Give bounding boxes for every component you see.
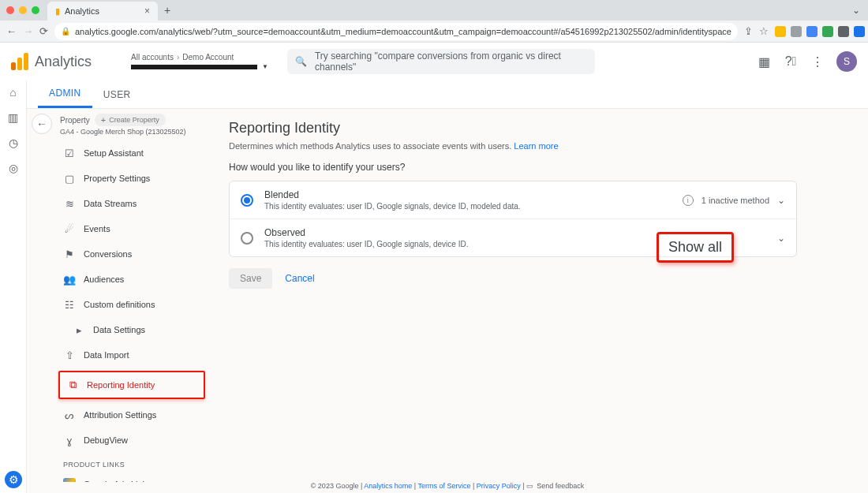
sidebar-item-label: Data Import (84, 350, 129, 360)
show-all-callout[interactable]: Show all (657, 232, 734, 263)
sidebar-item-label: Custom definitions (84, 300, 155, 309)
debug-icon: ɣ (63, 434, 76, 446)
plus-icon: + (101, 115, 106, 125)
sidebar-item-reporting-identity[interactable]: ⧉Reporting Identity (58, 371, 205, 399)
tab-overflow-icon[interactable]: ⌄ (852, 5, 860, 16)
copyright: © 2023 Google (311, 482, 359, 490)
create-property-button[interactable]: + Create Property (95, 114, 166, 126)
analytics-logo[interactable]: Analytics (11, 53, 92, 70)
sidebar-item-label: Setup Assistant (84, 148, 144, 158)
main-panel: Reporting Identity Determines which meth… (207, 109, 868, 482)
chevron-right-icon: › (177, 53, 179, 62)
breadcrumb-account[interactable]: Demo Account (182, 53, 234, 62)
browser-toolbar: ← → ⟳ 🔒 analytics.google.com/analytics/w… (0, 21, 868, 43)
analytics-logo-icon (11, 53, 28, 70)
terms-link[interactable]: Terms of Service (417, 482, 470, 490)
tune-icon: ☷ (63, 298, 76, 311)
search-icon: 🔍 (295, 56, 307, 67)
radio-unselected-icon[interactable] (241, 232, 253, 245)
sidebar-item-setup-assistant[interactable]: ☑Setup Assistant (57, 140, 207, 166)
chevron-down-icon[interactable]: ⌄ (777, 233, 785, 244)
settings-icon: ▢ (63, 172, 76, 185)
send-feedback-button[interactable]: ▭Send feedback (526, 482, 584, 490)
bookmark-icon[interactable]: ☆ (759, 25, 769, 37)
breadcrumb-all[interactable]: All accounts (131, 53, 174, 62)
search-input[interactable]: 🔍 Try searching "compare conversions fro… (287, 49, 595, 74)
learn-more-link[interactable]: Learn more (514, 141, 558, 151)
sidebar-item-data-settings[interactable]: ▸Data Settings (57, 317, 207, 342)
address-bar[interactable]: 🔒 analytics.google.com/analytics/web/?ut… (54, 23, 738, 40)
chevron-down-icon[interactable]: ⌄ (777, 195, 785, 206)
sidebar-item-data-import[interactable]: ⇧Data Import (57, 342, 207, 368)
help-icon[interactable]: ?⃝ (783, 54, 799, 69)
sidebar-item-events[interactable]: ☄Events (57, 216, 207, 241)
checklist-icon: ☑ (63, 147, 76, 159)
sidebar-item-debugview[interactable]: ɣDebugView (57, 428, 207, 453)
back-button[interactable]: ← (6, 25, 17, 37)
privacy-link[interactable]: Privacy Policy (477, 482, 521, 490)
sidebar-item-google-ads-links[interactable]: Google Ads Links (57, 472, 207, 482)
upload-icon: ⇧ (63, 349, 76, 361)
extension-icon[interactable] (791, 26, 802, 37)
option-subtitle: This identity evaluates: user ID, Google… (264, 202, 683, 211)
account-name-redacted (131, 65, 257, 69)
sidebar-item-audiences[interactable]: 👥Audiences (57, 267, 207, 292)
create-property-label: Create Property (109, 116, 159, 124)
cancel-button[interactable]: Cancel (285, 273, 314, 284)
extension-icon[interactable] (854, 26, 865, 37)
events-icon: ☄ (63, 222, 76, 235)
tab-admin[interactable]: ADMIN (38, 80, 92, 108)
sidebar-item-label: Data Streams (84, 199, 137, 208)
database-icon: ▸ (73, 323, 85, 336)
flag-icon: ⚑ (63, 248, 76, 260)
forward-button[interactable]: → (23, 25, 33, 37)
option-blended[interactable]: Blended This identity evaluates: user ID… (230, 181, 796, 219)
extension-icon[interactable] (775, 26, 786, 37)
explore-icon[interactable]: ◷ (6, 136, 21, 150)
share-icon[interactable]: ⇪ (744, 25, 753, 37)
extension-icon[interactable] (822, 26, 833, 37)
account-picker[interactable]: ▼ (131, 63, 268, 70)
close-tab-icon[interactable]: × (144, 6, 150, 17)
kebab-menu-icon[interactable]: ⋮ (810, 54, 825, 69)
home-icon[interactable]: ⌂ (6, 85, 21, 99)
feedback-icon: ▭ (526, 482, 533, 490)
browser-tab-strip: ▮ Analytics × + ⌄ (0, 0, 868, 21)
breadcrumb[interactable]: All accounts › Demo Account (131, 53, 268, 62)
sidebar-item-attribution-settings[interactable]: ᔕAttribution Settings (57, 402, 207, 428)
user-avatar[interactable]: S (836, 51, 857, 72)
extension-icon[interactable] (838, 26, 849, 37)
tab-user[interactable]: USER (92, 80, 142, 108)
page-description: Determines which methods Analytics uses … (229, 141, 797, 151)
inactive-method-badge: 1 inactive method (702, 196, 769, 205)
reload-button[interactable]: ⟳ (39, 25, 48, 37)
sidebar-item-label: Reporting Identity (87, 380, 155, 390)
property-name[interactable]: GA4 - Google Merch Shop (213025502) (57, 128, 207, 140)
advertising-icon[interactable]: ◎ (6, 161, 21, 175)
minimize-window-icon[interactable] (19, 6, 27, 14)
admin-tabs: ADMIN USER (27, 80, 868, 109)
sidebar-item-conversions[interactable]: ⚑Conversions (57, 241, 207, 267)
analytics-home-link[interactable]: Analytics home (364, 482, 412, 490)
window-controls[interactable] (6, 6, 39, 14)
sidebar-item-data-streams[interactable]: ≋Data Streams (57, 191, 207, 216)
save-button[interactable]: Save (229, 268, 272, 289)
url-text: analytics.google.com/analytics/web/?utm_… (75, 27, 731, 36)
identity-icon: ⧉ (66, 379, 79, 391)
sidebar-item-property-settings[interactable]: ▢Property Settings (57, 166, 207, 191)
apps-grid-icon[interactable]: ▦ (756, 54, 772, 69)
reports-icon[interactable]: ▥ (6, 110, 21, 125)
sidebar-item-custom-definitions[interactable]: ☷Custom definitions (57, 292, 207, 317)
maximize-window-icon[interactable] (32, 6, 39, 14)
sidebar-item-label: Conversions (84, 249, 132, 259)
search-placeholder: Try searching "compare conversions from … (315, 50, 587, 73)
extension-icon[interactable] (806, 26, 817, 37)
info-icon[interactable]: i (683, 195, 694, 206)
feedback-label: Send feedback (537, 482, 584, 490)
settings-gear-icon[interactable]: ⚙ (5, 471, 22, 488)
radio-selected-icon[interactable] (241, 194, 253, 207)
back-button[interactable]: ← (32, 114, 52, 134)
close-window-icon[interactable] (6, 6, 14, 14)
new-tab-button[interactable]: + (164, 4, 170, 17)
browser-tab[interactable]: ▮ Analytics × (47, 2, 158, 21)
